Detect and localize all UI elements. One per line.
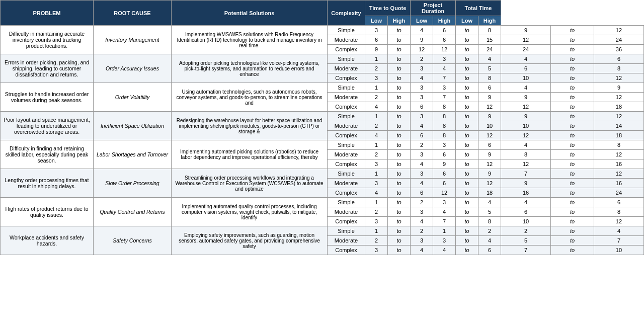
pd-high-cell: 6	[478, 140, 501, 150]
ttq-high-cell: 4	[411, 159, 433, 169]
pd-low-cell: 3	[433, 83, 456, 93]
pd-to-cell: to	[456, 226, 478, 236]
pd-low-cell: 3	[433, 54, 456, 64]
solution-cell: Implementing automated picking solutions…	[172, 140, 328, 169]
ttq-high-cell: 4	[411, 217, 433, 226]
tt-to-cell: to	[551, 64, 594, 73]
tt-low-cell: 9	[501, 179, 551, 188]
tt-low-cell: 12	[501, 131, 551, 140]
pd-low-cell: 3	[433, 236, 456, 246]
tt-low-cell: 7	[501, 169, 551, 179]
ttq-low-cell: 3	[365, 217, 388, 226]
tt-low-cell: 24	[501, 45, 551, 54]
table-row: Poor layout and space management, leadin…	[1, 112, 644, 121]
tt-high-cell: 7	[594, 236, 643, 246]
ttq-low-cell: 3	[365, 26, 388, 35]
ttq-high-cell: 2	[411, 140, 433, 150]
tt-high-cell: 16	[594, 179, 643, 188]
pd-low-cell: 8	[433, 131, 456, 140]
pd-low-cell: 8	[433, 121, 456, 131]
tt-high-cell: 8	[594, 140, 643, 150]
tt-to-cell: to	[551, 45, 594, 54]
pd-to-cell: to	[456, 35, 478, 45]
tt-to-cell: to	[551, 102, 594, 112]
tt-low-cell: 8	[501, 150, 551, 159]
table-row: High rates of product returns due to qua…	[1, 198, 644, 207]
ttq-to-cell: to	[388, 93, 411, 102]
pd-to-cell: to	[456, 45, 478, 54]
pd-to-cell: to	[456, 179, 478, 188]
table-row: Workplace accidents and safety hazards.S…	[1, 226, 644, 236]
tt-to-cell: to	[551, 35, 594, 45]
complexity-cell: Moderate	[328, 35, 365, 45]
tt-high-cell: 12	[594, 93, 643, 102]
pd-to-cell: to	[456, 131, 478, 140]
complexity-cell: Moderate	[328, 236, 365, 246]
problem-cell: Lengthy order processing times that resu…	[1, 169, 94, 198]
complexity-cell: Complex	[328, 45, 365, 54]
solution-cell: Using automation technologies, such as a…	[172, 83, 328, 112]
tt-low-cell: 16	[501, 188, 551, 198]
rootcause-cell: Order Volatility	[94, 83, 172, 112]
tt-high-cell: 16	[594, 159, 643, 169]
tt-high-cell: 12	[594, 112, 643, 121]
complexity-cell: Simple	[328, 83, 365, 93]
pd-to-cell: to	[456, 140, 478, 150]
pd-to-cell: to	[456, 93, 478, 102]
pd-to-cell: to	[456, 121, 478, 131]
pd-high-cell: 12	[478, 159, 501, 169]
ttq-low-cell: 2	[365, 121, 388, 131]
pd-high-cell: 9	[478, 169, 501, 179]
pd-high-cell: 24	[478, 45, 501, 54]
ttq-high-cell: 9	[411, 35, 433, 45]
ttq-high-cell: 6	[411, 102, 433, 112]
table-row: Errors in order picking, packing, and sh…	[1, 54, 644, 64]
pd-low-cell: 12	[433, 45, 456, 54]
ttq-low-cell: 3	[365, 246, 388, 255]
pd-high-cell: 12	[478, 179, 501, 188]
pd-high-cell: 9	[478, 93, 501, 102]
rootcause-cell: Inventory Management	[94, 26, 172, 54]
complexity-cell: Moderate	[328, 207, 365, 217]
tt-high-cell: 12	[594, 169, 643, 179]
ttq-to-cell: to	[388, 26, 411, 35]
ttq-high-cell: 3	[411, 112, 433, 121]
pd-to-cell: to	[456, 102, 478, 112]
ttq-to-cell: to	[388, 217, 411, 226]
ttq-to-cell: to	[388, 73, 411, 83]
tt-high-cell: 10	[594, 246, 643, 255]
tt-to-cell: to	[551, 73, 594, 83]
tt-low-cell: 12	[501, 159, 551, 169]
complexity-cell: Moderate	[328, 150, 365, 159]
tt-to-cell: to	[551, 93, 594, 102]
ttq-to-cell: to	[388, 179, 411, 188]
tt-to-cell: to	[551, 26, 594, 35]
ttq-high-cell: 4	[411, 179, 433, 188]
ttq-low-cell: 1	[365, 198, 388, 207]
tt-high-cell: 14	[594, 121, 643, 131]
pd-low-cell: 7	[433, 217, 456, 226]
tt-high-cell: 6	[594, 198, 643, 207]
pd-high-cell: 6	[478, 83, 501, 93]
pd-low-cell: 4	[433, 207, 456, 217]
solutions-header: Potential Solutions	[172, 1, 328, 26]
tt-low-cell: 2	[501, 226, 551, 236]
pd-to-cell: to	[456, 198, 478, 207]
pd-to-cell: to	[456, 112, 478, 121]
tt-low-cell: 4	[501, 83, 551, 93]
tt-to-cell: to	[551, 54, 594, 64]
tt-to-cell: to	[551, 131, 594, 140]
pd-high-cell: 5	[478, 207, 501, 217]
pd-to-cell: to	[456, 54, 478, 64]
pd-high-header: High	[433, 16, 456, 26]
tt-to-cell: to	[551, 159, 594, 169]
tt-to-cell: to	[551, 112, 594, 121]
tt-to-cell: to	[551, 140, 594, 150]
tt-to-cell: to	[551, 179, 594, 188]
ttq-high-cell: 3	[411, 93, 433, 102]
complexity-cell: Moderate	[328, 64, 365, 73]
pd-high-cell: 8	[478, 26, 501, 35]
pd-low-cell: 6	[433, 169, 456, 179]
ttq-high-cell: 12	[411, 45, 433, 54]
pd-to-cell: to	[456, 83, 478, 93]
